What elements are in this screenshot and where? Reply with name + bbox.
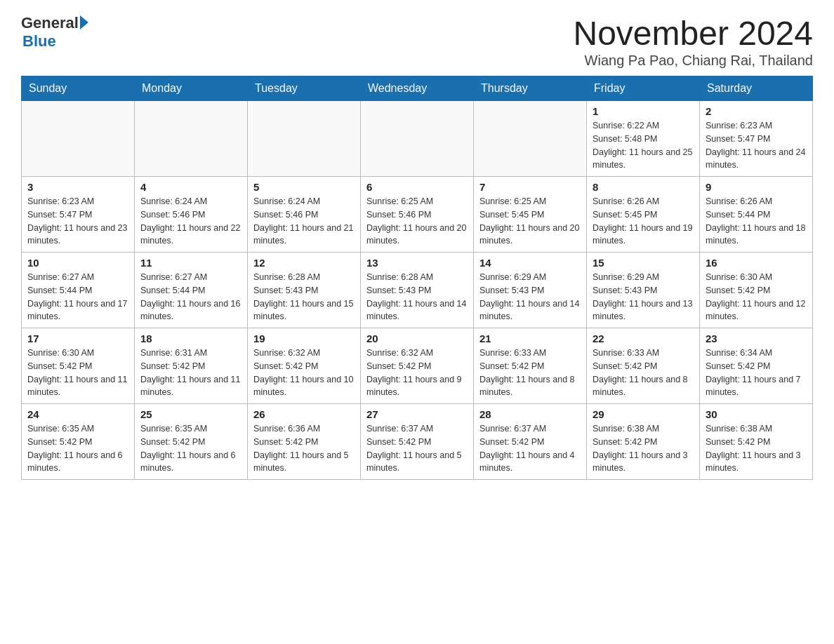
sun-info: Sunrise: 6:30 AMSunset: 5:42 PMDaylight:… [706, 271, 807, 323]
day-number: 8 [593, 181, 694, 193]
calendar-cell: 22Sunrise: 6:33 AMSunset: 5:42 PMDayligh… [587, 328, 700, 404]
sun-info: Sunrise: 6:35 AMSunset: 5:42 PMDaylight:… [27, 422, 128, 475]
calendar-cell: 27Sunrise: 6:37 AMSunset: 5:42 PMDayligh… [361, 404, 474, 480]
calendar-cell [361, 101, 474, 177]
day-number: 27 [366, 408, 468, 420]
calendar-cell: 12Sunrise: 6:28 AMSunset: 5:43 PMDayligh… [248, 253, 361, 328]
day-number: 5 [253, 181, 355, 193]
calendar-cell [474, 101, 587, 177]
calendar-cell: 10Sunrise: 6:27 AMSunset: 5:44 PMDayligh… [22, 253, 135, 328]
day-of-week-header: Monday [135, 76, 248, 101]
calendar-cell: 18Sunrise: 6:31 AMSunset: 5:42 PMDayligh… [135, 328, 248, 404]
sun-info: Sunrise: 6:38 AMSunset: 5:42 PMDaylight:… [593, 422, 694, 475]
day-of-week-header: Sunday [22, 76, 135, 101]
calendar-cell: 8Sunrise: 6:26 AMSunset: 5:45 PMDaylight… [587, 177, 700, 253]
sun-info: Sunrise: 6:27 AMSunset: 5:44 PMDaylight:… [140, 271, 241, 323]
calendar-cell: 6Sunrise: 6:25 AMSunset: 5:46 PMDaylight… [361, 177, 474, 253]
sun-info: Sunrise: 6:31 AMSunset: 5:42 PMDaylight:… [140, 347, 241, 399]
sun-info: Sunrise: 6:30 AMSunset: 5:42 PMDaylight:… [27, 347, 128, 399]
calendar-cell: 30Sunrise: 6:38 AMSunset: 5:42 PMDayligh… [700, 404, 813, 480]
day-number: 29 [593, 408, 694, 420]
calendar-cell: 23Sunrise: 6:34 AMSunset: 5:42 PMDayligh… [700, 328, 813, 404]
day-number: 4 [140, 181, 241, 193]
day-number: 22 [593, 333, 694, 344]
sun-info: Sunrise: 6:26 AMSunset: 5:45 PMDaylight:… [593, 195, 694, 248]
sun-info: Sunrise: 6:22 AMSunset: 5:48 PMDaylight:… [593, 119, 694, 172]
sun-info: Sunrise: 6:32 AMSunset: 5:42 PMDaylight:… [366, 347, 468, 399]
day-number: 10 [27, 257, 128, 269]
day-number: 2 [706, 105, 807, 117]
day-number: 16 [706, 257, 807, 269]
calendar-cell: 13Sunrise: 6:28 AMSunset: 5:43 PMDayligh… [361, 253, 474, 328]
calendar-cell: 1Sunrise: 6:22 AMSunset: 5:48 PMDaylight… [587, 101, 700, 177]
sun-info: Sunrise: 6:29 AMSunset: 5:43 PMDaylight:… [479, 271, 581, 323]
sun-info: Sunrise: 6:23 AMSunset: 5:47 PMDaylight:… [27, 195, 128, 248]
calendar-week-row: 3Sunrise: 6:23 AMSunset: 5:47 PMDaylight… [22, 177, 813, 253]
calendar-cell: 16Sunrise: 6:30 AMSunset: 5:42 PMDayligh… [700, 253, 813, 328]
calendar-cell: 20Sunrise: 6:32 AMSunset: 5:42 PMDayligh… [361, 328, 474, 404]
day-number: 28 [479, 408, 581, 420]
logo-blue: Blue [22, 32, 88, 51]
sun-info: Sunrise: 6:33 AMSunset: 5:42 PMDaylight:… [593, 347, 694, 399]
calendar-cell: 4Sunrise: 6:24 AMSunset: 5:46 PMDaylight… [135, 177, 248, 253]
day-of-week-header: Wednesday [361, 76, 474, 101]
sun-info: Sunrise: 6:34 AMSunset: 5:42 PMDaylight:… [706, 347, 807, 399]
day-number: 30 [706, 408, 807, 420]
calendar-cell: 3Sunrise: 6:23 AMSunset: 5:47 PMDaylight… [22, 177, 135, 253]
day-of-week-header: Friday [587, 76, 700, 101]
calendar-cell: 24Sunrise: 6:35 AMSunset: 5:42 PMDayligh… [22, 404, 135, 480]
day-number: 26 [253, 408, 355, 420]
calendar-cell [248, 101, 361, 177]
sun-info: Sunrise: 6:28 AMSunset: 5:43 PMDaylight:… [366, 271, 468, 323]
calendar-table: SundayMondayTuesdayWednesdayThursdayFrid… [21, 76, 813, 480]
day-number: 15 [593, 257, 694, 269]
calendar-week-row: 24Sunrise: 6:35 AMSunset: 5:42 PMDayligh… [22, 404, 813, 480]
title-section: November 2024 Wiang Pa Pao, Chiang Rai, … [573, 14, 813, 69]
sun-info: Sunrise: 6:27 AMSunset: 5:44 PMDaylight:… [27, 271, 128, 323]
day-number: 9 [706, 181, 807, 193]
day-number: 21 [479, 333, 581, 344]
logo-arrow-icon [80, 15, 88, 29]
day-of-week-header: Saturday [700, 76, 813, 101]
day-number: 25 [140, 408, 241, 420]
calendar-week-row: 10Sunrise: 6:27 AMSunset: 5:44 PMDayligh… [22, 253, 813, 328]
logo: General Blue [21, 14, 88, 51]
sun-info: Sunrise: 6:23 AMSunset: 5:47 PMDaylight:… [706, 119, 807, 172]
calendar-cell: 26Sunrise: 6:36 AMSunset: 5:42 PMDayligh… [248, 404, 361, 480]
calendar-cell: 9Sunrise: 6:26 AMSunset: 5:44 PMDaylight… [700, 177, 813, 253]
day-number: 11 [140, 257, 241, 269]
location-subtitle: Wiang Pa Pao, Chiang Rai, Thailand [573, 53, 813, 69]
day-number: 6 [366, 181, 468, 193]
calendar-cell: 15Sunrise: 6:29 AMSunset: 5:43 PMDayligh… [587, 253, 700, 328]
sun-info: Sunrise: 6:28 AMSunset: 5:43 PMDaylight:… [253, 271, 355, 323]
day-number: 14 [479, 257, 581, 269]
sun-info: Sunrise: 6:33 AMSunset: 5:42 PMDaylight:… [479, 347, 581, 399]
sun-info: Sunrise: 6:37 AMSunset: 5:42 PMDaylight:… [479, 422, 581, 475]
day-number: 23 [706, 333, 807, 344]
day-number: 17 [27, 333, 128, 344]
day-number: 1 [593, 105, 694, 117]
day-number: 7 [479, 181, 581, 193]
calendar-cell: 17Sunrise: 6:30 AMSunset: 5:42 PMDayligh… [22, 328, 135, 404]
calendar-cell: 5Sunrise: 6:24 AMSunset: 5:46 PMDaylight… [248, 177, 361, 253]
day-number: 3 [27, 181, 128, 193]
day-number: 24 [27, 408, 128, 420]
sun-info: Sunrise: 6:32 AMSunset: 5:42 PMDaylight:… [253, 347, 355, 399]
sun-info: Sunrise: 6:25 AMSunset: 5:45 PMDaylight:… [479, 195, 581, 248]
page-header: General Blue November 2024 Wiang Pa Pao,… [21, 14, 813, 69]
sun-info: Sunrise: 6:24 AMSunset: 5:46 PMDaylight:… [140, 195, 241, 248]
sun-info: Sunrise: 6:37 AMSunset: 5:42 PMDaylight:… [366, 422, 468, 475]
calendar-cell [22, 101, 135, 177]
sun-info: Sunrise: 6:35 AMSunset: 5:42 PMDaylight:… [140, 422, 241, 475]
sun-info: Sunrise: 6:25 AMSunset: 5:46 PMDaylight:… [366, 195, 468, 248]
day-number: 19 [253, 333, 355, 344]
sun-info: Sunrise: 6:36 AMSunset: 5:42 PMDaylight:… [253, 422, 355, 475]
calendar-cell: 29Sunrise: 6:38 AMSunset: 5:42 PMDayligh… [587, 404, 700, 480]
calendar-cell [135, 101, 248, 177]
calendar-cell: 2Sunrise: 6:23 AMSunset: 5:47 PMDaylight… [700, 101, 813, 177]
calendar-cell: 25Sunrise: 6:35 AMSunset: 5:42 PMDayligh… [135, 404, 248, 480]
day-number: 18 [140, 333, 241, 344]
day-number: 20 [366, 333, 468, 344]
month-title: November 2024 [573, 14, 813, 53]
calendar-cell: 11Sunrise: 6:27 AMSunset: 5:44 PMDayligh… [135, 253, 248, 328]
